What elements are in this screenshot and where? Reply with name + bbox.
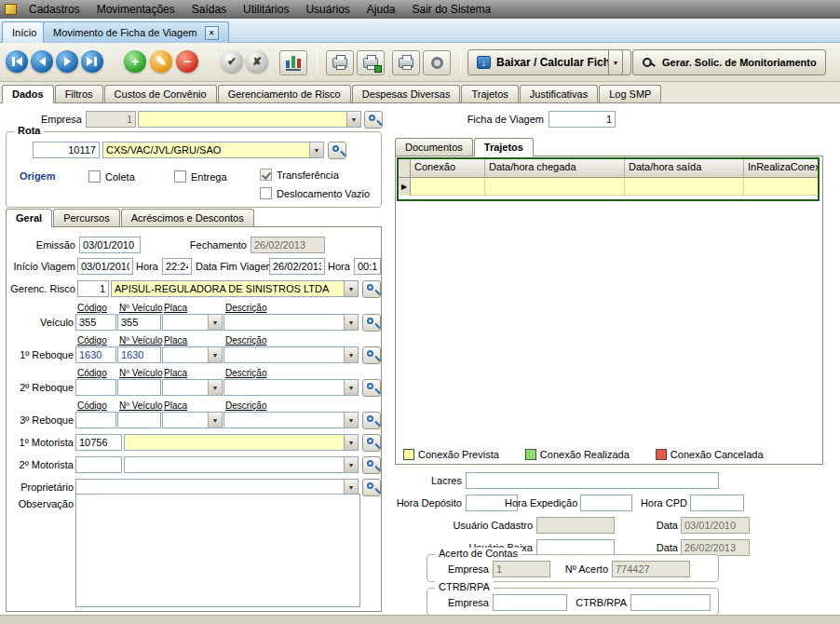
veiculo-descricao-combo[interactable]: ▼	[224, 314, 359, 331]
tab-documentos[interactable]: Documentos	[395, 138, 473, 156]
nav-previous-button[interactable]	[31, 50, 53, 73]
dropdown-arrow-icon[interactable]: ▼	[344, 380, 358, 395]
reboque2-search-button[interactable]	[362, 379, 381, 397]
hora-cpd-field[interactable]	[690, 495, 744, 511]
tab-percursos[interactable]: Percursos	[53, 209, 120, 226]
dropdown-arrow-icon[interactable]: ▼	[344, 457, 358, 472]
cell-conexao[interactable]	[411, 178, 485, 196]
nav-first-button[interactable]	[6, 50, 28, 73]
cell-saida[interactable]	[625, 178, 744, 196]
ctrb-rpa-field[interactable]	[630, 594, 711, 611]
tab-custos-convenio[interactable]: Custos de Convênio	[104, 85, 217, 102]
checkbox-box[interactable]	[88, 170, 101, 183]
reboque2-codigo-field[interactable]	[75, 379, 116, 396]
gerenc-risco-codigo-field[interactable]	[77, 280, 109, 297]
emissao-field[interactable]	[79, 237, 141, 253]
tab-close-icon[interactable]: ✕	[205, 26, 219, 40]
menu-utilitarios[interactable]: Utilitários	[235, 1, 297, 18]
print-button[interactable]	[326, 50, 354, 75]
chart-button[interactable]	[279, 50, 307, 75]
reboque2-placa-combo[interactable]: ▼	[162, 379, 223, 396]
reboque2-descricao-combo[interactable]: ▼	[224, 379, 359, 396]
menu-movimentacoes[interactable]: Movimentações	[88, 1, 183, 18]
dropdown-arrow-icon[interactable]: ▼	[344, 435, 358, 450]
ctrb-empresa-field[interactable]	[493, 594, 567, 611]
reboque2-numero-field[interactable]	[117, 379, 161, 396]
dropdown-arrow-icon[interactable]: ▼	[344, 315, 358, 330]
deslocamento-vazio-checkbox[interactable]: Deslocamento Vazio	[260, 186, 370, 200]
tab-despesas-diversas[interactable]: Despesas Diversas	[352, 85, 461, 102]
acerto-numero-field[interactable]	[612, 561, 690, 577]
veiculo-numero-field[interactable]	[117, 314, 161, 331]
usuario-cadastro-field[interactable]	[536, 517, 615, 534]
entrega-checkbox[interactable]: Entrega	[174, 170, 227, 183]
veiculo-placa-combo[interactable]: ▼	[162, 314, 223, 331]
hora-inicio-field[interactable]	[162, 258, 192, 275]
tab-geral[interactable]: Geral	[6, 209, 52, 227]
tab-filtros[interactable]: Filtros	[55, 85, 103, 102]
checkbox-box[interactable]	[260, 169, 272, 181]
motorista2-codigo-field[interactable]	[75, 456, 122, 473]
dropdown-arrow-icon[interactable]: ▼	[208, 347, 222, 362]
dropdown-arrow-icon[interactable]: ▼	[309, 142, 323, 157]
dropdown-arrow-icon[interactable]: ▼	[208, 380, 222, 395]
cell-inrealiza[interactable]	[744, 178, 818, 196]
cancel-button[interactable]: ✘	[246, 50, 268, 73]
print-preview-button[interactable]	[392, 50, 420, 75]
tab-log-smp[interactable]: Log SMP	[599, 85, 661, 102]
motorista1-search-button[interactable]	[362, 434, 381, 452]
dropdown-arrow-icon[interactable]: ▼	[346, 112, 360, 127]
delete-record-button[interactable]: −	[176, 50, 198, 73]
dropdown-arrow-icon[interactable]: ▼	[344, 480, 358, 495]
tab-trajetos-inner[interactable]: Trajetos	[474, 138, 534, 156]
gerar-monitoramento-button[interactable]: Gerar. Solic. de Monitoriamento	[632, 49, 826, 75]
reboque1-search-button[interactable]	[362, 346, 381, 364]
dropdown-arrow-icon[interactable]: ▼	[208, 315, 222, 330]
reboque3-search-button[interactable]	[362, 412, 381, 429]
data-fim-field[interactable]	[269, 258, 325, 275]
reboque1-placa-combo[interactable]: ▼	[162, 346, 223, 363]
motorista1-codigo-field[interactable]	[75, 434, 122, 451]
ficha-viagem-field[interactable]	[549, 111, 616, 128]
checkbox-box[interactable]	[260, 187, 272, 199]
rota-combo[interactable]: CXS/VAC/JVL/GRU/SAO ▼	[102, 142, 324, 158]
motorista2-search-button[interactable]	[362, 456, 381, 474]
confirm-button[interactable]: ✔	[221, 50, 243, 73]
print-calculate-button[interactable]	[357, 50, 385, 75]
veiculo-codigo-field[interactable]	[75, 314, 116, 331]
dropdown-arrow-icon[interactable]: ▼	[344, 347, 358, 362]
baixar-calcular-button[interactable]: ↓ Baixar / Calcular Fichas	[467, 49, 631, 75]
proprietario-search-button[interactable]	[362, 479, 381, 496]
grid-col-chegada[interactable]: Data/hora chegada	[485, 159, 625, 177]
checkbox-box[interactable]	[174, 170, 186, 183]
tab-dados[interactable]: Dados	[2, 85, 54, 103]
grid-data-row[interactable]: ▶	[399, 178, 818, 196]
cell-chegada[interactable]	[485, 178, 625, 196]
coleta-checkbox[interactable]: Coleta	[88, 170, 135, 183]
gerenc-risco-combo[interactable]: APISUL-REGULADORA DE SINISTROS LTDA ▼	[111, 280, 359, 297]
tab-justificativas[interactable]: Justificativas	[520, 85, 598, 102]
veiculo-search-button[interactable]	[362, 314, 381, 332]
reboque3-codigo-field[interactable]	[75, 412, 116, 428]
hora-fim-field[interactable]	[354, 258, 381, 275]
inicio-viagem-field[interactable]	[77, 258, 133, 275]
reboque1-descricao-combo[interactable]: ▼	[224, 346, 359, 363]
menu-saidas[interactable]: Saídas	[183, 1, 235, 18]
tab-movimento-ficha-viagem[interactable]: Movimento de Ficha de Viagem ✕	[43, 21, 229, 43]
grid-col-saida[interactable]: Data/hora saída	[625, 159, 744, 177]
nav-next-button[interactable]	[56, 50, 78, 73]
reboque3-numero-field[interactable]	[117, 412, 161, 428]
fechamento-field[interactable]	[251, 237, 325, 253]
lacres-field[interactable]	[466, 472, 719, 489]
reboque1-numero-field[interactable]	[117, 346, 161, 363]
empresa-search-button[interactable]	[364, 111, 383, 129]
tab-inicio[interactable]: Início	[2, 21, 47, 43]
grid-col-conexao[interactable]: Conexão	[411, 159, 485, 177]
tab-acrescimos-descontos[interactable]: Acréscimos e Descontos	[121, 209, 254, 226]
tab-trajetos[interactable]: Trajetos	[461, 85, 518, 102]
reboque1-codigo-field[interactable]	[75, 346, 116, 363]
dropdown-arrow-icon[interactable]: ▼	[344, 281, 358, 296]
empresa-codigo-field[interactable]	[86, 111, 136, 128]
menu-ajuda[interactable]: Ajuda	[359, 1, 404, 18]
observacao-textarea[interactable]	[75, 494, 360, 607]
